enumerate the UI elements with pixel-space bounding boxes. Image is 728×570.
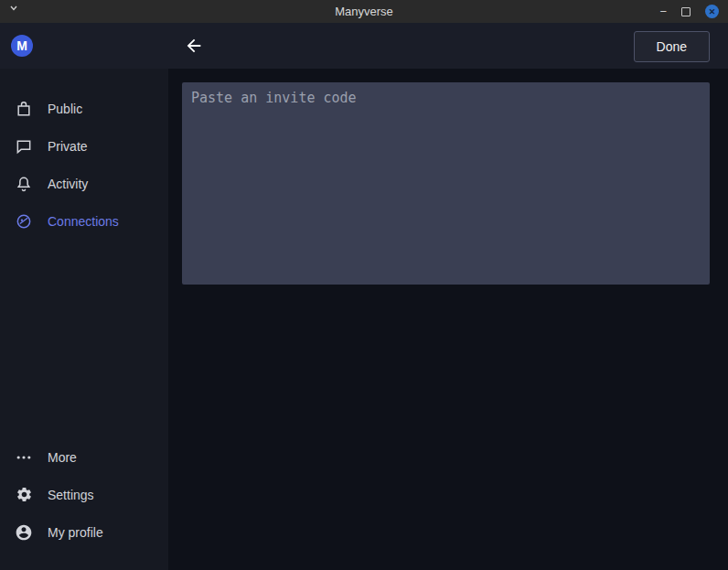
- settings-icon: [15, 486, 33, 504]
- profile-icon: [15, 523, 33, 542]
- sidebar-item-connections[interactable]: Connections: [0, 202, 168, 240]
- sidebar-item-label: Public: [48, 102, 82, 116]
- manyverse-logo: M: [11, 35, 33, 57]
- restore-button[interactable]: [681, 7, 691, 16]
- sidebar: Public Private Activity Connections: [0, 69, 168, 570]
- window-menu-chevron-icon[interactable]: [9, 4, 18, 13]
- window-controls: − ✕: [659, 0, 719, 23]
- sidebar-item-label: Connections: [48, 214, 119, 229]
- app-header: M Done: [0, 23, 728, 69]
- more-icon: [15, 448, 33, 467]
- sidebar-item-label: Activity: [48, 177, 88, 191]
- connections-icon: [15, 212, 33, 231]
- private-icon: [15, 137, 33, 156]
- sidebar-bottom-group: More Settings My profile: [0, 438, 168, 570]
- close-button[interactable]: ✕: [705, 5, 719, 18]
- sidebar-item-label: Settings: [48, 488, 94, 502]
- public-icon: [15, 100, 33, 118]
- sidebar-item-my-profile[interactable]: My profile: [0, 513, 168, 551]
- arrow-left-icon: [184, 36, 204, 56]
- os-titlebar: Manyverse − ✕: [0, 0, 728, 23]
- sidebar-item-activity[interactable]: Activity: [0, 165, 168, 202]
- sidebar-item-more[interactable]: More: [0, 438, 168, 476]
- window-title: Manyverse: [335, 5, 393, 18]
- back-button[interactable]: [183, 35, 205, 57]
- sidebar-item-label: My profile: [48, 525, 103, 540]
- sidebar-spacer: [0, 240, 168, 438]
- minimize-button[interactable]: −: [659, 5, 667, 17]
- sidebar-item-settings[interactable]: Settings: [0, 476, 168, 513]
- activity-icon: [15, 175, 33, 193]
- sidebar-item-label: Private: [48, 139, 88, 154]
- sidebar-item-label: More: [48, 450, 77, 465]
- invite-code-input[interactable]: [182, 82, 710, 285]
- sidebar-item-private[interactable]: Private: [0, 127, 168, 165]
- restore-icon: [681, 7, 691, 16]
- sidebar-item-public[interactable]: Public: [0, 90, 168, 127]
- done-button[interactable]: Done: [634, 31, 710, 62]
- main-content: [168, 69, 728, 570]
